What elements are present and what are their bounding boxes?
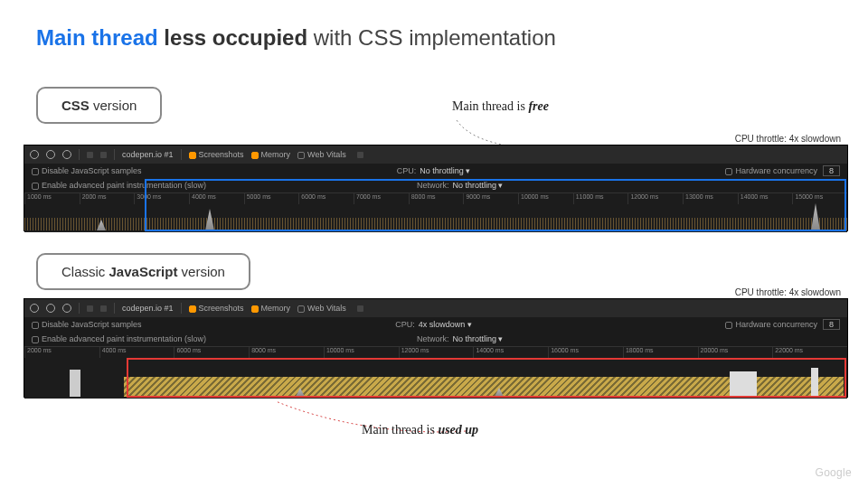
webvitals-checkbox[interactable]: Web Vitals (297, 304, 346, 313)
devtools-toolbar: codepen.io #1 Screenshots Memory Web Vit… (24, 299, 847, 317)
activity-spike (811, 368, 818, 397)
tick: 6000 ms (174, 347, 249, 358)
title-rest: with CSS implementation (307, 25, 556, 50)
tick: 6000 ms (298, 193, 354, 204)
tick: 1000 ms (24, 193, 80, 204)
tick: 16000 ms (548, 347, 623, 358)
network-label: Network: (417, 334, 449, 343)
google-logo: Google (816, 466, 853, 479)
title-bold: less occupied (164, 25, 307, 50)
tick: 2000 ms (24, 347, 99, 358)
tick: 10000 ms (518, 193, 573, 204)
tick: 22000 ms (772, 347, 847, 358)
tick: 12000 ms (627, 193, 683, 204)
tick: 12000 ms (399, 347, 474, 358)
disable-js-checkbox[interactable]: Disable JavaScript samples (32, 166, 142, 175)
timeline-js[interactable]: 2000 ms 4000 ms 6000 ms 8000 ms 10000 ms… (24, 346, 847, 399)
tab-name: codepen.io #1 (122, 150, 174, 159)
adv-paint-checkbox[interactable]: Enable advanced paint instrumentation (s… (32, 181, 206, 190)
disable-js-checkbox[interactable]: Disable JavaScript samples (32, 320, 142, 329)
tick: 15000 ms (792, 193, 847, 204)
options-row-1: Disable JavaScript samples CPU: 4x slowd… (24, 317, 847, 332)
reload-icon[interactable] (46, 304, 55, 313)
activity-spike (730, 371, 757, 397)
tab-name: codepen.io #1 (122, 304, 174, 313)
record-icon[interactable] (30, 304, 39, 313)
network-dropdown[interactable]: No throttling ▾ (452, 334, 503, 343)
hw-concurrency-checkbox[interactable]: Hardware concurrency (725, 166, 817, 175)
tick: 8000 ms (409, 193, 464, 204)
tick: 3000 ms (134, 193, 189, 204)
tick: 18000 ms (623, 347, 698, 358)
timeline-css[interactable]: 1000 ms 2000 ms 3000 ms 4000 ms 5000 ms … (24, 192, 847, 232)
tick: 11000 ms (573, 193, 628, 204)
screenshots-checkbox[interactable]: Screenshots (189, 150, 244, 159)
devtools-js: codepen.io #1 Screenshots Memory Web Vit… (24, 298, 848, 398)
tick: 10000 ms (324, 347, 399, 358)
clear-icon[interactable] (62, 304, 71, 313)
trash-icon[interactable] (357, 305, 363, 312)
devtools-toolbar: codepen.io #1 Screenshots Memory Web Vit… (24, 145, 847, 164)
js-throttle-caption: CPU throttle: 4x slowdown (735, 287, 841, 297)
annotation-free: Main thread is free (452, 99, 549, 114)
cpu-label: CPU: (397, 166, 417, 175)
hw-concurrency-checkbox[interactable]: Hardware concurrency (725, 320, 817, 329)
tick: 4000 ms (189, 193, 244, 204)
options-row-2: Enable advanced paint instrumentation (s… (24, 332, 847, 346)
tick: 9000 ms (463, 193, 518, 204)
cpu-label: CPU: (395, 320, 415, 329)
timeline-ticks: 1000 ms 2000 ms 3000 ms 4000 ms 5000 ms … (24, 193, 847, 204)
devtools-css: codepen.io #1 Screenshots Memory Web Vit… (24, 145, 848, 231)
tick: 13000 ms (683, 193, 738, 204)
activity-spike (70, 370, 80, 397)
upload-icon[interactable] (87, 152, 93, 158)
tick: 5000 ms (244, 193, 299, 204)
css-throttle-caption: CPU throttle: 4x slowdown (735, 134, 841, 144)
clear-icon[interactable] (62, 150, 71, 159)
trash-icon[interactable] (357, 152, 363, 158)
tick: 14000 ms (738, 193, 793, 204)
title-blue: Main thread (36, 25, 158, 50)
download-icon[interactable] (100, 152, 107, 158)
css-version-label: CSS version (36, 87, 162, 124)
options-row-2: Enable advanced paint instrumentation (s… (24, 178, 847, 192)
options-row-1: Disable JavaScript samples CPU: No throt… (24, 164, 847, 178)
cpu-dropdown[interactable]: 4x slowdown ▾ (419, 320, 472, 329)
memory-checkbox[interactable]: Memory (251, 150, 291, 159)
memory-checkbox[interactable]: Memory (251, 304, 291, 313)
tick: 7000 ms (354, 193, 409, 204)
js-version-label: Classic JavaScript version (36, 253, 250, 290)
webvitals-checkbox[interactable]: Web Vitals (297, 150, 346, 159)
slide-title: Main thread less occupied with CSS imple… (36, 25, 556, 51)
reload-icon[interactable] (46, 150, 55, 159)
hw-concurrency-input[interactable]: 8 (823, 319, 840, 330)
record-icon[interactable] (30, 150, 39, 159)
network-label: Network: (417, 181, 449, 190)
main-thread-activity (24, 218, 847, 230)
download-icon[interactable] (100, 305, 107, 312)
tick: 8000 ms (249, 347, 324, 358)
cpu-dropdown[interactable]: No throttling ▾ (420, 166, 470, 175)
adv-paint-checkbox[interactable]: Enable advanced paint instrumentation (s… (32, 334, 206, 343)
upload-icon[interactable] (87, 305, 93, 312)
tick: 4000 ms (99, 347, 175, 358)
tick: 20000 ms (698, 347, 773, 358)
tick: 14000 ms (473, 347, 548, 358)
tick: 2000 ms (80, 193, 135, 204)
screenshots-checkbox[interactable]: Screenshots (189, 304, 244, 313)
network-dropdown[interactable]: No throttling ▾ (452, 181, 503, 190)
hw-concurrency-input[interactable]: 8 (823, 165, 840, 176)
timeline-ticks: 2000 ms 4000 ms 6000 ms 8000 ms 10000 ms… (24, 347, 847, 358)
activity-spike (811, 203, 820, 230)
annotation-used: Main thread is used up (362, 423, 478, 437)
